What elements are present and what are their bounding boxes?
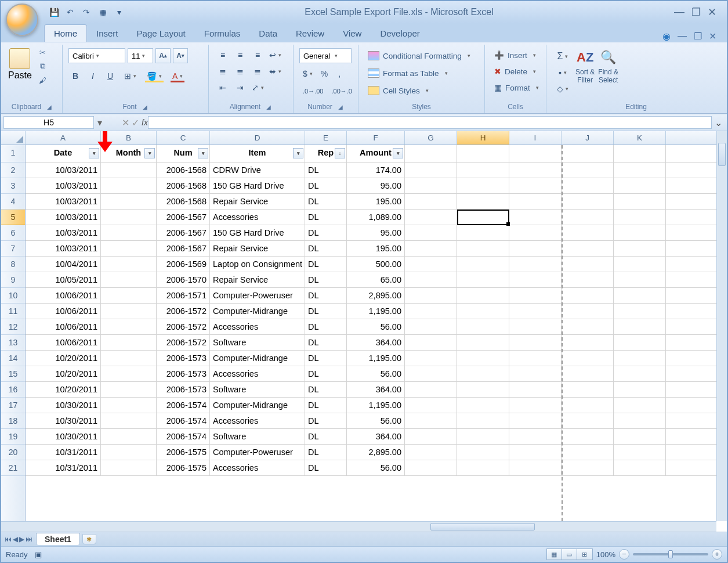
- undo-icon[interactable]: ↶: [65, 7, 75, 17]
- cell[interactable]: [562, 335, 614, 350]
- cell[interactable]: [405, 288, 457, 303]
- cell[interactable]: Computer-Midrange: [210, 398, 305, 413]
- format-painter-icon[interactable]: 🖌: [38, 75, 48, 85]
- italic-button[interactable]: I: [86, 69, 100, 83]
- cell[interactable]: DL: [305, 241, 347, 256]
- cell[interactable]: CDRW Drive: [210, 163, 305, 178]
- cell[interactable]: [101, 382, 157, 397]
- delete-cells-button[interactable]: ✖Delete: [492, 66, 538, 77]
- cell[interactable]: DL: [305, 398, 347, 413]
- cell[interactable]: [562, 241, 614, 256]
- cell[interactable]: [562, 194, 614, 209]
- cell[interactable]: 2006-1573: [157, 366, 210, 381]
- bold-button[interactable]: B: [68, 69, 82, 83]
- vertical-scrollbar[interactable]: [716, 131, 727, 521]
- cell[interactable]: [562, 288, 614, 303]
- cell[interactable]: [614, 335, 666, 350]
- doc-restore-icon[interactable]: ❐: [694, 31, 702, 42]
- cell[interactable]: 10/03/2011: [26, 194, 101, 209]
- cell[interactable]: 1,089.00: [347, 210, 405, 225]
- cell[interactable]: [101, 366, 157, 381]
- cell[interactable]: 2006-1572: [157, 335, 210, 350]
- save-icon[interactable]: 💾: [49, 7, 59, 17]
- column-header-J[interactable]: J: [562, 131, 614, 145]
- cell[interactable]: Repair Service: [210, 241, 305, 256]
- last-sheet-icon[interactable]: ⏭: [26, 535, 32, 543]
- cell[interactable]: 364.00: [347, 429, 405, 444]
- cell[interactable]: Software: [210, 429, 305, 444]
- cell[interactable]: 10/30/2011: [26, 429, 101, 444]
- cell[interactable]: DL: [305, 272, 347, 287]
- font-color-button[interactable]: A: [169, 69, 186, 83]
- insert-cells-button[interactable]: ➕Insert: [492, 49, 538, 61]
- cell[interactable]: 174.00: [347, 163, 405, 178]
- row-header-6[interactable]: 6: [1, 225, 25, 241]
- prev-sheet-icon[interactable]: ◀: [13, 535, 18, 543]
- cell[interactable]: [509, 429, 562, 444]
- cell[interactable]: 150 GB Hard Drive: [210, 178, 305, 193]
- cell[interactable]: 2006-1570: [157, 272, 210, 287]
- horizontal-scrollbar[interactable]: [1, 521, 716, 532]
- find-select-button[interactable]: 🔍 Find & Select: [598, 49, 618, 84]
- paste-button[interactable]: Paste: [8, 70, 32, 81]
- paste-icon[interactable]: [9, 48, 30, 69]
- cell[interactable]: [562, 382, 614, 397]
- cell[interactable]: [457, 335, 509, 350]
- cell[interactable]: DL: [305, 210, 347, 225]
- column-header-A[interactable]: A: [26, 131, 101, 145]
- name-box-dropdown[interactable]: ▾: [94, 117, 106, 128]
- cell[interactable]: [101, 304, 157, 319]
- row-header-14[interactable]: 14: [1, 351, 25, 366]
- row-header-16[interactable]: 16: [1, 382, 25, 398]
- column-header-C[interactable]: C: [157, 131, 210, 145]
- cell[interactable]: [509, 304, 562, 319]
- cell[interactable]: [405, 460, 457, 475]
- grow-font-button[interactable]: A▴: [155, 48, 171, 63]
- cell[interactable]: [101, 445, 157, 460]
- sheet-tab-active[interactable]: Sheet1: [36, 533, 80, 545]
- filter-button-month[interactable]: ▾: [144, 148, 155, 158]
- cell[interactable]: Accessories: [210, 210, 305, 225]
- name-box[interactable]: H5: [3, 116, 94, 129]
- cell[interactable]: [457, 241, 509, 256]
- percent-button[interactable]: %: [317, 67, 331, 81]
- cell[interactable]: [614, 413, 666, 428]
- row-header-7[interactable]: 7: [1, 241, 25, 257]
- cell[interactable]: 2006-1572: [157, 319, 210, 334]
- cell[interactable]: DL: [305, 257, 347, 272]
- cell[interactable]: [101, 225, 157, 240]
- next-sheet-icon[interactable]: ▶: [19, 535, 24, 543]
- column-header-I[interactable]: I: [509, 131, 562, 145]
- cell[interactable]: [101, 351, 157, 366]
- cell[interactable]: Date▾: [26, 145, 101, 162]
- cell[interactable]: Accessories: [210, 413, 305, 428]
- cell[interactable]: [562, 210, 614, 225]
- cell[interactable]: [405, 210, 457, 225]
- cell[interactable]: [509, 210, 562, 225]
- cell[interactable]: [101, 288, 157, 303]
- cell[interactable]: [509, 288, 562, 303]
- cell[interactable]: [509, 194, 562, 209]
- cell[interactable]: DL: [305, 460, 347, 475]
- row-header-18[interactable]: 18: [1, 413, 25, 429]
- minimize-icon[interactable]: —: [674, 6, 684, 19]
- help-icon[interactable]: ◉: [662, 31, 671, 42]
- row-header-3[interactable]: 3: [1, 178, 25, 194]
- cell[interactable]: 10/30/2011: [26, 398, 101, 413]
- increase-decimal-button[interactable]: .0→.00: [299, 84, 327, 98]
- cell[interactable]: [562, 413, 614, 428]
- row-header-13[interactable]: 13: [1, 335, 25, 351]
- cell[interactable]: 65.00: [347, 272, 405, 287]
- cell[interactable]: [509, 382, 562, 397]
- cell[interactable]: [457, 429, 509, 444]
- cell[interactable]: 10/03/2011: [26, 225, 101, 240]
- cell[interactable]: DL: [305, 445, 347, 460]
- cell[interactable]: 56.00: [347, 413, 405, 428]
- cell[interactable]: [562, 304, 614, 319]
- cell[interactable]: 2006-1569: [157, 257, 210, 272]
- increase-indent-button[interactable]: ⇥: [232, 81, 248, 95]
- cell[interactable]: [101, 194, 157, 209]
- cell[interactable]: [509, 398, 562, 413]
- zoom-slider[interactable]: [633, 553, 708, 555]
- cell[interactable]: 2,895.00: [347, 288, 405, 303]
